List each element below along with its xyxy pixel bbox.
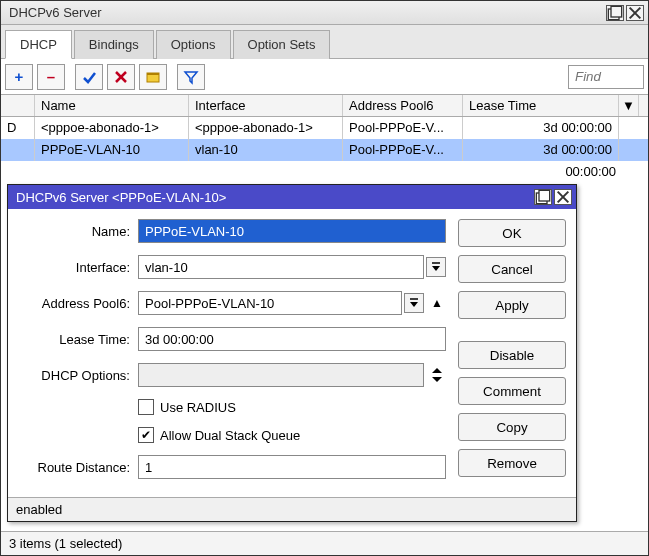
comment-button[interactable]: Comment [458,377,566,405]
pool-input[interactable] [138,291,402,315]
cancel-button[interactable]: Cancel [458,255,566,283]
opts-input[interactable] [138,363,424,387]
row-pool: Pool-PPPoE-V... [343,117,463,139]
route-label: Route Distance: [18,460,138,475]
close-icon[interactable] [626,5,644,21]
tab-option-sets[interactable]: Option Sets [233,30,331,59]
lease-label: Lease Time: [18,332,138,347]
dropdown-icon[interactable] [426,257,446,277]
edit-dialog: DHCPv6 Server <PPPoE-VLAN-10> Name: Inte… [7,184,577,522]
enable-button[interactable] [75,64,103,90]
radius-label: Use RADIUS [160,400,236,415]
restore-icon[interactable] [534,189,552,205]
table-row[interactable]: PPPoE-VLAN-10 vlan-10 Pool-PPPoE-V... 3d… [1,139,648,161]
window-titlebar: DHCPv6 Server [1,1,648,25]
col-interface[interactable]: Interface [189,95,343,116]
tab-bindings[interactable]: Bindings [74,30,154,59]
dialog-titlebar[interactable]: DHCPv6 Server <PPPoE-VLAN-10> [8,185,576,209]
expand-icon[interactable] [428,367,446,383]
name-label: Name: [18,224,138,239]
dialog-title: DHCPv6 Server <PPPoE-VLAN-10> [16,190,532,205]
svg-marker-17 [432,368,442,373]
find-input[interactable] [568,65,644,89]
col-pool[interactable]: Address Pool6 [343,95,463,116]
col-flag[interactable] [1,95,35,116]
restore-icon[interactable] [606,5,624,21]
row-lease: 3d 00:00:00 [463,139,619,161]
svg-rect-1 [611,6,622,17]
row-iface: <pppoe-abonado-1> [189,117,343,139]
tab-bar: DHCP Bindings Options Option Sets [1,25,648,59]
remove-button[interactable]: Remove [458,449,566,477]
window-title: DHCPv6 Server [9,5,604,20]
disable-button[interactable] [107,64,135,90]
dialog-status: enabled [8,497,576,521]
dialog-form: Name: Interface: Address Pool6: ▲ Leas [18,219,446,491]
add-button[interactable]: + [5,64,33,90]
svg-marker-14 [432,266,440,271]
interface-input[interactable] [138,255,424,279]
grid-header: Name Interface Address Pool6 Lease Time … [1,95,648,117]
disable-button[interactable]: Disable [458,341,566,369]
close-icon[interactable] [554,189,572,205]
pool-label: Address Pool6: [18,296,138,311]
row-lease: 00:00:00 [559,161,648,183]
row-pool: Pool-PPPoE-V... [343,139,463,161]
name-input[interactable] [138,219,446,243]
tab-options[interactable]: Options [156,30,231,59]
copy-button[interactable]: Copy [458,413,566,441]
svg-marker-16 [410,302,418,307]
dualstack-label: Allow Dual Stack Queue [160,428,300,443]
toolbar: + – [1,59,648,95]
dropdown-icon[interactable] [404,293,424,313]
collapse-up-icon[interactable]: ▲ [428,296,446,310]
row-iface: vlan-10 [189,139,343,161]
ok-button[interactable]: OK [458,219,566,247]
status-bar: 3 items (1 selected) [1,531,648,555]
row-lease: 3d 00:00:00 [463,117,619,139]
svg-marker-18 [432,377,442,382]
filter-button[interactable] [177,64,205,90]
svg-rect-7 [147,73,159,75]
comment-button[interactable] [139,64,167,90]
table-row[interactable]: D <pppoe-abonado-1> <pppoe-abonado-1> Po… [1,117,648,139]
interface-label: Interface: [18,260,138,275]
radius-checkbox[interactable] [138,399,154,415]
dualstack-checkbox[interactable]: ✔ [138,427,154,443]
svg-rect-10 [539,190,550,201]
col-name[interactable]: Name [35,95,189,116]
row-name: <pppoe-abonado-1> [35,117,189,139]
lease-input[interactable] [138,327,446,351]
row-name: PPPoE-VLAN-10 [35,139,189,161]
col-menu[interactable]: ▼ [619,95,639,116]
route-input[interactable] [138,455,446,479]
dialog-buttons: OK Cancel Apply Disable Comment Copy Rem… [446,219,566,491]
remove-button[interactable]: – [37,64,65,90]
row-flag [1,139,35,161]
svg-marker-8 [185,72,197,83]
tab-dhcp[interactable]: DHCP [5,30,72,59]
opts-label: DHCP Options: [18,368,138,383]
table-row[interactable]: 00:00:00 [1,161,648,183]
apply-button[interactable]: Apply [458,291,566,319]
row-flag: D [1,117,35,139]
col-lease[interactable]: Lease Time [463,95,619,116]
